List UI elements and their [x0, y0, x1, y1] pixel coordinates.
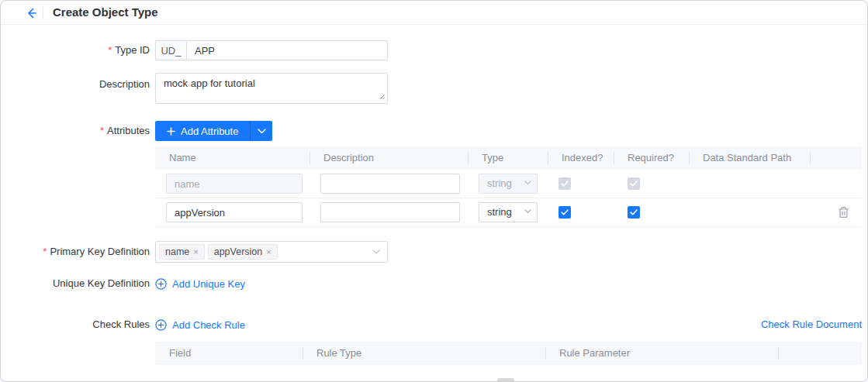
indexed-checkbox[interactable]: [558, 206, 571, 219]
tag-remove-icon[interactable]: ×: [193, 248, 198, 256]
check-icon: [561, 209, 569, 215]
arrow-left-icon: [25, 7, 37, 19]
create-object-type-window: Create Object Type *Type ID UD_ Descript…: [0, 0, 868, 382]
check-rules-label: Check Rules: [1, 315, 150, 335]
column-header-actions: [810, 146, 862, 170]
tag-remove-icon[interactable]: ×: [266, 248, 271, 256]
add-check-rule-link[interactable]: Add Check Rule: [155, 315, 245, 335]
check-icon: [561, 181, 569, 187]
column-header-name: Name: [155, 146, 310, 170]
chevron-down-icon: [372, 250, 380, 255]
check-rules-table-header: Field Rule Type Rule Parameter: [155, 342, 862, 365]
page-title: Create Object Type: [53, 1, 158, 24]
page-header: Create Object Type: [1, 1, 867, 25]
selected-tag: appVersion ×: [208, 244, 278, 260]
plus-circle-icon: [155, 319, 167, 331]
type-id-input[interactable]: [186, 40, 388, 60]
add-unique-key-link[interactable]: Add Unique Key: [155, 274, 245, 294]
attribute-row-name: string: [155, 170, 862, 198]
column-header-rule-type: Rule Type: [303, 342, 545, 365]
attributes-label: *Attributes: [1, 121, 150, 141]
chevron-down-icon: [524, 181, 531, 185]
type-id-prefix-addon: UD_: [155, 40, 186, 60]
type-id-label: *Type ID: [1, 40, 150, 60]
column-header-required: Required?: [614, 146, 689, 170]
plus-icon: [167, 127, 175, 136]
check-icon: [630, 209, 638, 215]
required-mark: *: [100, 125, 104, 136]
add-attribute-dropdown-button: Add Attribute: [155, 121, 272, 141]
attribute-row-appversion: string: [155, 198, 862, 227]
description-textarea[interactable]: mock app for tutorial: [155, 73, 388, 104]
back-button[interactable]: [24, 6, 38, 20]
plus-circle-icon: [155, 278, 167, 290]
column-header-rule-parameter: Rule Parameter: [545, 342, 778, 365]
chevron-down-icon: [524, 209, 531, 214]
attribute-type-select[interactable]: string: [479, 202, 538, 222]
column-header-data-standard-path: Data Standard Path: [689, 146, 810, 170]
scrollbar-thumb[interactable]: [497, 378, 514, 382]
chevron-down-icon: [258, 129, 266, 134]
header-divider: [43, 7, 43, 19]
indexed-checkbox: [558, 177, 571, 190]
add-attribute-button[interactable]: Add Attribute: [155, 121, 250, 141]
check-rules-table: Field Rule Type Rule Parameter: [155, 342, 862, 365]
attribute-name-input: [166, 174, 303, 194]
description-label: Description: [1, 74, 150, 95]
unique-key-label: Unique Key Definition: [1, 274, 150, 294]
check-icon: [630, 181, 638, 187]
trash-icon: [838, 206, 849, 219]
attribute-type-select: string: [479, 174, 538, 194]
attribute-name-input[interactable]: [166, 202, 303, 222]
primary-key-multiselect[interactable]: name × appVersion ×: [155, 241, 388, 263]
attribute-description-input[interactable]: [320, 202, 460, 222]
check-rule-document-link[interactable]: Check Rule Document: [761, 315, 862, 335]
required-checkbox: [628, 177, 640, 190]
primary-key-label: *Primary Key Definition: [1, 241, 150, 263]
column-header-type: Type: [468, 146, 548, 170]
attributes-table: Name Description Type Indexed? Required?…: [155, 146, 862, 227]
delete-attribute-button[interactable]: [838, 206, 849, 219]
required-mark: *: [108, 44, 112, 56]
type-id-input-group: UD_: [155, 40, 388, 60]
attribute-description-input[interactable]: [320, 174, 460, 194]
selected-tag: name ×: [159, 244, 205, 260]
description-field-wrap: mock app for tutorial: [155, 73, 388, 104]
column-header-field: Field: [155, 342, 303, 365]
attributes-table-header: Name Description Type Indexed? Required?…: [155, 146, 862, 170]
column-header-description: Description: [310, 146, 468, 170]
required-mark: *: [43, 246, 47, 257]
column-header-indexed: Indexed?: [548, 146, 614, 170]
required-checkbox[interactable]: [628, 206, 640, 219]
column-header-actions: [778, 342, 862, 365]
add-attribute-dropdown-toggle[interactable]: [250, 121, 272, 141]
